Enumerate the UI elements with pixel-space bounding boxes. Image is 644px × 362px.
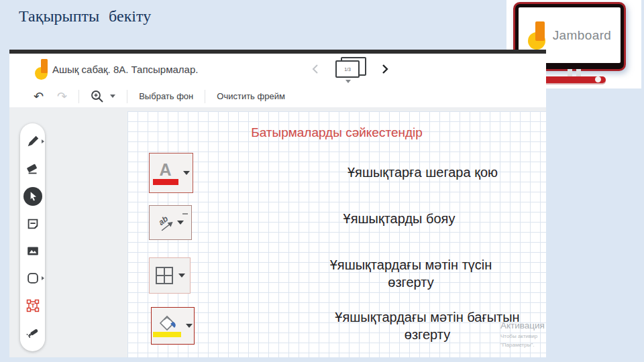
text-color-button-card[interactable]: A xyxy=(149,153,193,193)
toolbar-divider xyxy=(127,90,127,103)
clear-frame-button[interactable]: Очистить фрейм xyxy=(217,91,285,101)
jamboard-app-window: Ашық сабақ. 8А. Тапсырмалар. 1/3 ↶ ↷ xyxy=(9,50,546,357)
zoom-button[interactable] xyxy=(91,90,115,103)
dropdown-caret-icon xyxy=(186,324,193,328)
app-body: T Батырмаларды сәйкестендір xyxy=(9,107,546,357)
logo-orange-rect xyxy=(535,21,545,41)
fill-color-icon xyxy=(153,315,181,337)
match-label: Ұяшықтарды бояу xyxy=(282,210,517,227)
borders-icon xyxy=(155,266,174,285)
undo-icon[interactable]: ↶ xyxy=(34,90,44,103)
next-frame-icon[interactable] xyxy=(381,64,389,74)
chevron-down-icon[interactable] xyxy=(110,95,115,98)
text-rotation-button-card[interactable]: ab xyxy=(149,205,192,240)
app-toolbar: ↶ ↷ Выбрать фон Очистить фрейм xyxy=(9,85,546,108)
jam-title[interactable]: Ашық сабақ. 8А. Тапсырмалар. xyxy=(52,64,198,75)
yellow-underbar xyxy=(153,332,181,337)
monitor-stand-base xyxy=(543,76,606,83)
shape-tool-icon[interactable] xyxy=(23,269,42,288)
match-label: Ұяшықтарға шегара қою xyxy=(282,164,546,181)
text-rotation-icon: ab xyxy=(154,213,174,233)
drawing-tools-sidebar: T xyxy=(20,123,45,351)
pen-submenu-caret-icon xyxy=(42,139,44,143)
jamboard-logo-icon xyxy=(528,21,547,50)
laser-tool-icon[interactable] xyxy=(23,324,42,343)
stand-ball xyxy=(595,76,601,82)
shape-submenu-caret-icon xyxy=(42,276,44,280)
sticky-note-tool-icon[interactable] xyxy=(23,215,42,233)
app-header: Ашық сабақ. 8А. Тапсырмалар. 1/3 xyxy=(9,54,546,85)
activation-watermark: Активация Чтобы активир "Параметры". xyxy=(500,320,546,348)
dropdown-caret-icon xyxy=(177,221,184,225)
image-tool-icon[interactable] xyxy=(23,241,42,260)
magnifier-icon xyxy=(91,90,104,103)
chevron-down-icon xyxy=(345,80,351,83)
svg-text:T: T xyxy=(31,302,35,309)
toolbar-divider xyxy=(205,90,205,103)
dropdown-caret-icon xyxy=(183,171,190,175)
previous-frame-icon[interactable] xyxy=(311,64,319,74)
choose-background-button[interactable]: Выбрать фон xyxy=(139,91,193,101)
jamboard-wordmark: Jamboard xyxy=(553,28,612,43)
fill-color-button-card[interactable] xyxy=(151,307,195,345)
select-tool-icon[interactable] xyxy=(23,187,42,206)
dash-mark xyxy=(182,213,188,215)
red-underbar xyxy=(153,179,178,185)
frame-counter: 1/3 xyxy=(335,60,360,78)
eraser-tool-icon[interactable] xyxy=(23,160,42,178)
redo-icon[interactable]: ↷ xyxy=(57,90,67,103)
presentation-slide: Тақырыпты бекіту Jamboard Аш xyxy=(0,0,644,362)
match-label: Ұяшықтардағы мәтін түсін өзгерту xyxy=(329,256,493,291)
pen-tool-icon[interactable] xyxy=(23,132,42,151)
text-color-icon: A xyxy=(153,162,178,185)
dropdown-caret-icon xyxy=(178,274,185,278)
canvas-title: Батырмаларды сәйкестендір xyxy=(127,125,546,140)
jamboard-app-logo-icon[interactable] xyxy=(35,59,50,80)
text-box-tool-icon[interactable]: T xyxy=(23,296,42,315)
toolbar-divider xyxy=(78,90,79,103)
frame-selector[interactable]: 1/3 xyxy=(334,57,368,84)
page-title: Тақырыпты бекіту xyxy=(19,7,151,25)
borders-button-card[interactable] xyxy=(149,257,191,294)
jam-canvas[interactable]: Батырмаларды сәйкестендір A Ұяшықтарға ш… xyxy=(127,111,546,357)
